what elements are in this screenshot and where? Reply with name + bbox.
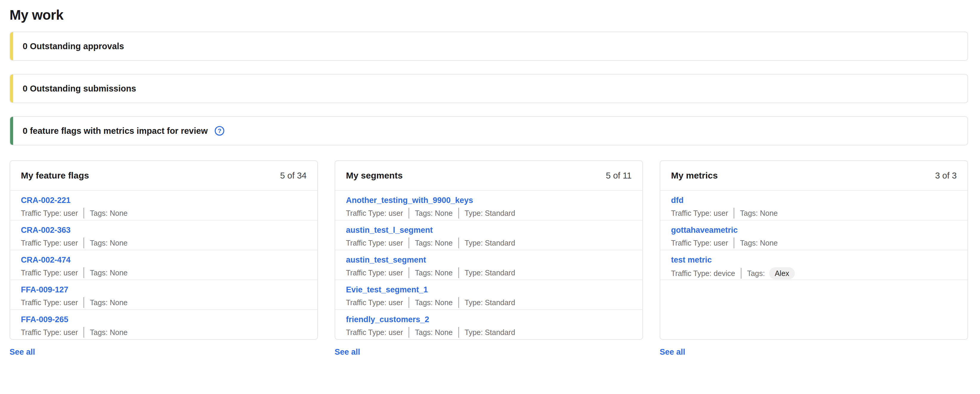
card-title: My segments <box>346 170 402 181</box>
meta-segment: Traffic Type: user <box>346 328 403 337</box>
list-item: CRA-002-363 Traffic Type: user Tags: Non… <box>10 221 317 250</box>
meta-text: Traffic Type: device <box>671 269 735 278</box>
list-item: FFA-009-265 Traffic Type: user Tags: Non… <box>10 310 317 340</box>
banner-outstanding-submissions: 0 Outstanding submissions <box>10 74 968 103</box>
meta-segment: Traffic Type: user <box>671 209 728 218</box>
see-all-link[interactable]: See all <box>335 348 360 357</box>
help-icon[interactable]: ? <box>214 126 225 136</box>
list-item: test metric Traffic Type: device Tags: A… <box>660 250 967 280</box>
item-name-link[interactable]: CRA-002-221 <box>21 195 71 205</box>
meta-text: Type: Standard <box>465 238 515 247</box>
item-name-link[interactable]: friendly_customers_2 <box>346 315 429 324</box>
meta-segment: Traffic Type: user <box>346 238 403 247</box>
card-header: My feature flags 5 of 34 <box>10 161 317 191</box>
meta-segment: Traffic Type: user <box>21 268 78 277</box>
meta-segment: Tags: None <box>90 238 127 247</box>
meta-text: Traffic Type: user <box>346 238 403 247</box>
meta-text: Tags: None <box>415 209 452 218</box>
item-meta: Traffic Type: user Tags: None Type: Stan… <box>346 238 632 248</box>
meta-text: Type: Standard <box>465 268 515 277</box>
banner-accent-bar <box>10 32 13 60</box>
meta-separator <box>409 238 409 248</box>
item-name-link[interactable]: CRA-002-363 <box>21 225 71 235</box>
card-header: My segments 5 of 11 <box>335 161 643 191</box>
banner-flags-metrics-impact: 0 feature flags with metrics impact for … <box>10 116 968 145</box>
meta-text: Tags: None <box>415 298 452 307</box>
item-meta: Traffic Type: user Tags: None <box>21 297 307 308</box>
summary-card: My metrics 3 of 3 dfd Traffic Type: user… <box>660 160 968 340</box>
meta-segment: Tags: None <box>740 238 778 247</box>
meta-segment: Tags: Alex <box>747 267 795 279</box>
meta-segment: Type: Standard <box>465 238 515 247</box>
meta-segment: Traffic Type: user <box>21 209 78 218</box>
item-name-link[interactable]: Another_testing_with_9900_keys <box>346 195 473 205</box>
meta-text: Tags: None <box>90 209 127 218</box>
meta-separator <box>409 327 409 338</box>
meta-segment: Type: Standard <box>465 209 515 218</box>
item-name-link[interactable]: dfd <box>671 195 684 205</box>
meta-text: Traffic Type: user <box>21 238 78 247</box>
meta-segment: Traffic Type: device <box>671 269 735 278</box>
meta-text: Traffic Type: user <box>21 328 78 337</box>
meta-separator <box>733 238 734 248</box>
meta-segment: Tags: None <box>90 328 127 337</box>
meta-segment: Traffic Type: user <box>21 298 78 307</box>
item-meta: Traffic Type: user Tags: None Type: Stan… <box>346 208 632 218</box>
meta-separator <box>741 268 741 279</box>
meta-segment: Tags: None <box>90 298 127 307</box>
see-all-link[interactable]: See all <box>10 348 35 357</box>
card-list: Another_testing_with_9900_keys Traffic T… <box>335 191 643 340</box>
item-name-link[interactable]: austin_test_l_segment <box>346 225 433 235</box>
meta-segment: Type: Standard <box>465 268 515 277</box>
tag-badge: Alex <box>769 267 795 279</box>
card-count: 3 of 3 <box>935 171 957 181</box>
meta-segment: Tags: None <box>90 268 127 277</box>
meta-text: Tags: None <box>90 238 127 247</box>
meta-separator <box>409 267 409 278</box>
item-name-link[interactable]: test metric <box>671 255 712 265</box>
item-name-link[interactable]: FFA-009-265 <box>21 315 68 324</box>
list-item: austin_test_segment Traffic Type: user T… <box>335 250 643 280</box>
see-all-link[interactable]: See all <box>660 348 685 357</box>
card-count: 5 of 34 <box>280 171 307 181</box>
item-meta: Traffic Type: device Tags: Alex <box>671 267 957 279</box>
item-meta: Traffic Type: user Tags: None <box>671 238 957 248</box>
item-meta: Traffic Type: user Tags: None Type: Stan… <box>346 297 632 308</box>
item-name-link[interactable]: gottahaveametric <box>671 225 738 235</box>
meta-separator <box>409 297 409 308</box>
meta-text: Traffic Type: user <box>346 268 403 277</box>
meta-segment: Traffic Type: user <box>21 328 78 337</box>
card-list: CRA-002-221 Traffic Type: user Tags: Non… <box>10 191 317 340</box>
meta-separator <box>458 208 459 218</box>
meta-segment: Traffic Type: user <box>346 209 403 218</box>
item-name-link[interactable]: FFA-009-127 <box>21 285 68 294</box>
card-column: My metrics 3 of 3 dfd Traffic Type: user… <box>660 160 968 357</box>
banner-text: 0 feature flags with metrics impact for … <box>23 126 208 136</box>
meta-segment: Tags: None <box>90 209 127 218</box>
item-meta: Traffic Type: user Tags: None Type: Stan… <box>346 267 632 278</box>
banner-accent-bar <box>10 75 13 103</box>
meta-segment: Tags: None <box>740 209 778 218</box>
list-item: gottahaveametric Traffic Type: user Tags… <box>660 221 967 250</box>
meta-separator <box>458 297 459 308</box>
meta-separator <box>458 238 459 248</box>
banner-text: 0 Outstanding approvals <box>23 41 124 51</box>
meta-segment: Type: Standard <box>465 328 515 337</box>
meta-segment: Traffic Type: user <box>346 298 403 307</box>
meta-text: Tags: None <box>90 268 127 277</box>
item-name-link[interactable]: CRA-002-474 <box>21 255 71 265</box>
meta-segment: Type: Standard <box>465 298 515 307</box>
item-name-link[interactable]: Evie_test_segment_1 <box>346 285 428 294</box>
meta-text: Type: Standard <box>465 209 515 218</box>
meta-text: Tags: None <box>740 209 778 218</box>
meta-text: Tags: None <box>415 268 452 277</box>
meta-text: Traffic Type: user <box>21 209 78 218</box>
meta-segment: Tags: None <box>415 209 452 218</box>
card-header: My metrics 3 of 3 <box>660 161 967 191</box>
list-item: dfd Traffic Type: user Tags: None <box>660 191 967 221</box>
meta-text: Tags: None <box>415 328 452 337</box>
meta-separator <box>458 327 459 338</box>
item-name-link[interactable]: austin_test_segment <box>346 255 426 265</box>
meta-text: Tags: <box>747 269 765 278</box>
meta-separator <box>84 208 84 218</box>
